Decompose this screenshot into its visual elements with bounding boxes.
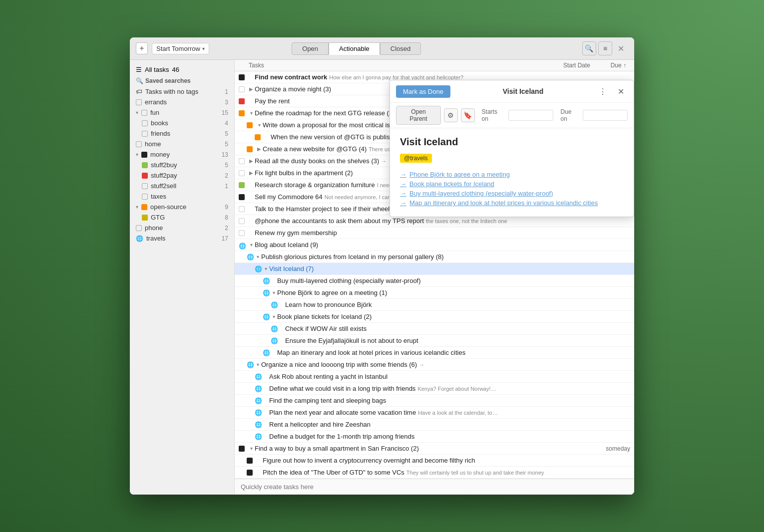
task-expand-btn[interactable] xyxy=(262,385,269,392)
task-expand-btn[interactable]: ▶ xyxy=(248,86,255,93)
detail-toolbar: Open Parent ⚙ 🔖 Starts on Due on xyxy=(390,103,634,128)
task-expand-btn[interactable]: ▾ xyxy=(254,361,261,368)
subtask-item[interactable]: → Phone Björk to agree on a meeting xyxy=(400,171,624,178)
task-expand-btn[interactable] xyxy=(248,230,255,237)
table-row[interactable]: Renew my gym membership xyxy=(235,227,634,239)
task-expand-btn[interactable] xyxy=(248,182,255,189)
table-row[interactable]: 🌐 Ask Rob about renting a yacht in Istan… xyxy=(235,371,634,383)
sidebar-item-phone[interactable]: phone 2 xyxy=(130,223,234,233)
task-expand-btn[interactable] xyxy=(262,409,269,416)
subtask-item[interactable]: → Buy multi-layered clothing (especially… xyxy=(400,190,624,197)
table-row[interactable]: 🌐 Define what we could visit in a long t… xyxy=(235,383,634,395)
task-expand-btn[interactable] xyxy=(248,206,255,213)
task-expand-btn[interactable]: ▾ xyxy=(248,110,255,117)
sidebar-item-taxes[interactable]: taxes xyxy=(130,191,234,202)
task-expand-btn[interactable] xyxy=(256,469,263,476)
task-expand-btn[interactable] xyxy=(264,134,271,141)
bookmark-icon[interactable]: 🔖 xyxy=(461,108,475,122)
task-expand-btn[interactable] xyxy=(248,218,255,225)
starts-on-label: Starts on xyxy=(482,108,506,122)
task-expand-btn[interactable]: ▾ xyxy=(270,313,277,320)
table-row[interactable]: 🌐 Define a budget for the 1-month trip a… xyxy=(235,431,634,443)
task-expand-btn[interactable]: ▾ xyxy=(248,445,255,452)
table-row[interactable]: 🌐 Ensure the Eyjafjallajökull is not abo… xyxy=(235,335,634,347)
task-expand-btn[interactable] xyxy=(278,337,285,344)
task-expand-btn[interactable]: ▶ xyxy=(248,170,255,177)
sidebar-item-open-source[interactable]: ▾ open-source 9 xyxy=(130,202,234,212)
task-expand-btn[interactable]: ▾ xyxy=(262,266,269,272)
sidebar-item-books[interactable]: books 4 xyxy=(130,118,234,128)
table-row[interactable]: 🌐 ▾ Phone Björk to agree on a meeting (1… xyxy=(235,287,634,299)
sidebar-item-gtg[interactable]: GTG 8 xyxy=(130,212,234,223)
table-row[interactable]: 🌐 ▾ Organize a nice and loooong trip wit… xyxy=(235,359,634,371)
add-button[interactable]: + xyxy=(136,42,148,54)
table-row[interactable]: 🌐 Buy multi-layered clothing (especially… xyxy=(235,275,634,287)
task-expand-btn[interactable]: ▾ xyxy=(256,122,263,129)
subtask-item[interactable]: → Book plane tickets for Iceland xyxy=(400,180,624,188)
task-expand-btn[interactable]: ▾ xyxy=(254,254,261,261)
sidebar-item-errands[interactable]: errands 3 xyxy=(130,97,234,107)
col-tasks-header: Tasks xyxy=(239,62,540,69)
table-row[interactable]: 🌐 ▾ Blog about Iceland (9) xyxy=(235,239,634,251)
tab-actionable[interactable]: Actionable xyxy=(329,42,380,55)
task-expand-btn[interactable]: ▶ xyxy=(256,146,263,153)
sidebar-item-money[interactable]: ▾ money 13 xyxy=(130,149,234,160)
task-expand-btn[interactable] xyxy=(270,349,277,356)
search-button[interactable]: 🔍 xyxy=(582,41,596,55)
sidebar-item-stuff2sell[interactable]: stuff2sell 1 xyxy=(130,181,234,191)
task-expand-btn[interactable] xyxy=(278,325,285,332)
table-row[interactable]: Figure out how to invent a cryptocurrenc… xyxy=(235,455,634,467)
table-row[interactable]: Pitch the idea of "The Uber of GTD" to s… xyxy=(235,467,634,479)
close-button[interactable]: ✕ xyxy=(614,41,628,55)
open-parent-button[interactable]: Open Parent xyxy=(396,106,441,125)
task-expand-btn[interactable] xyxy=(262,421,269,428)
menu-button[interactable]: ≡ xyxy=(598,41,612,55)
subtask-item[interactable]: → Map an itinerary and look at hotel pri… xyxy=(400,199,624,207)
table-row[interactable]: 🌐 Rent a helicopter and hire Zeeshan xyxy=(235,419,634,431)
table-row[interactable]: 🌐 Learn how to pronounce Björk xyxy=(235,299,634,311)
sidebar-item-travels[interactable]: 🌐 travels 17 xyxy=(130,233,234,244)
table-row[interactable]: 🌐 Check if WOW Air still exists xyxy=(235,323,634,335)
sidebar-item-all-tasks[interactable]: ☰ All tasks 46 xyxy=(130,64,234,75)
task-expand-btn[interactable] xyxy=(262,373,269,380)
quick-create-input[interactable] xyxy=(241,483,628,491)
settings-icon[interactable]: ⚙ xyxy=(444,108,458,122)
task-pane: Tasks Start Date Due ↑ Find new contract… xyxy=(235,60,634,495)
friends-count: 5 xyxy=(225,130,228,137)
task-expand-btn[interactable]: ▶ xyxy=(248,158,255,165)
detail-menu-button[interactable]: ⋮ xyxy=(596,84,610,98)
table-row[interactable]: 🌐 ▾ Publish glorious pictures from Icela… xyxy=(235,251,634,263)
task-expand-btn[interactable]: ▾ xyxy=(248,242,255,249)
task-expand-btn[interactable] xyxy=(256,457,263,464)
task-expand-btn[interactable] xyxy=(262,397,269,404)
table-row[interactable]: ▾ Find a way to buy a small apartment in… xyxy=(235,443,634,455)
detail-close-button[interactable]: ✕ xyxy=(614,84,628,98)
sidebar-item-friends[interactable]: friends 5 xyxy=(130,128,234,139)
starts-on-input[interactable] xyxy=(508,110,553,121)
task-expand-btn[interactable] xyxy=(248,98,255,105)
table-row[interactable]: 🌐 ▾ Book plane tickets for Iceland (2) xyxy=(235,311,634,323)
task-expand-btn[interactable] xyxy=(248,194,255,201)
sidebar-item-fun[interactable]: ▾ fun 15 xyxy=(130,107,234,118)
task-name: Blog about Iceland (9) xyxy=(255,241,318,249)
task-expand-btn[interactable] xyxy=(270,277,277,284)
task-expand-btn[interactable]: ▾ xyxy=(270,289,277,296)
task-expand-btn[interactable] xyxy=(248,74,255,81)
task-expand-btn[interactable] xyxy=(262,433,269,440)
table-row[interactable]: 🌐 Find the camping tent and sleeping bag… xyxy=(235,395,634,407)
tab-open[interactable]: Open xyxy=(292,42,329,55)
sidebar-item-no-tags[interactable]: 🏷 Tasks with no tags 1 xyxy=(130,86,234,97)
tab-closed[interactable]: Closed xyxy=(380,42,421,55)
tag-selector[interactable]: Start Tomorrow ▾ xyxy=(152,43,209,54)
table-row[interactable]: 🌐 Map an itinerary and look at hotel pri… xyxy=(235,347,634,359)
task-expand-btn[interactable] xyxy=(278,301,285,308)
table-row-visit-iceland[interactable]: 🌐 ▾ Visit Iceland (7) xyxy=(235,263,634,275)
sidebar-item-stuff2pay[interactable]: stuff2pay 2 xyxy=(130,170,234,181)
sidebar-item-stuff2buy[interactable]: stuff2buy 5 xyxy=(130,160,234,170)
tag-badge[interactable]: @travels xyxy=(400,154,432,163)
due-on-input[interactable] xyxy=(583,110,628,121)
sidebar-item-home[interactable]: home 5 xyxy=(130,139,234,149)
table-row[interactable]: 🌐 Plan the next year and allocate some v… xyxy=(235,407,634,419)
mark-done-button[interactable]: Mark as Done xyxy=(396,85,450,98)
task-color-indicator xyxy=(239,158,245,164)
